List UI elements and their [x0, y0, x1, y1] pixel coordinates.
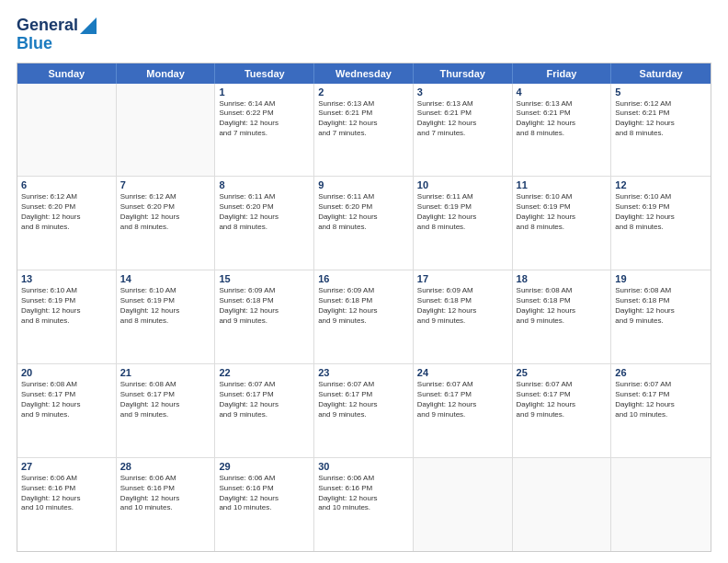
day-number: 26: [615, 367, 707, 378]
calendar-row-4: 20Sunrise: 6:08 AMSunset: 6:17 PMDayligh…: [17, 363, 711, 457]
cell-info: Sunrise: 6:11 AMSunset: 6:20 PMDaylight:…: [318, 192, 409, 232]
cell-info: Sunrise: 6:06 AMSunset: 6:16 PMDaylight:…: [21, 474, 112, 513]
calendar-cell: 22Sunrise: 6:07 AMSunset: 6:17 PMDayligh…: [215, 364, 314, 457]
calendar-cell: 30Sunrise: 6:06 AMSunset: 6:16 PMDayligh…: [314, 458, 414, 551]
day-number: 28: [120, 461, 211, 472]
cell-info: Sunrise: 6:07 AMSunset: 6:17 PMDaylight:…: [219, 380, 310, 419]
cell-info: Sunrise: 6:09 AMSunset: 6:18 PMDaylight:…: [417, 286, 508, 326]
calendar-row-2: 6Sunrise: 6:12 AMSunset: 6:20 PMDaylight…: [17, 176, 711, 270]
day-number: 5: [615, 86, 707, 98]
cell-info: Sunrise: 6:08 AMSunset: 6:17 PMDaylight:…: [120, 380, 211, 419]
calendar-cell: 10Sunrise: 6:11 AMSunset: 6:19 PMDayligh…: [414, 177, 513, 270]
calendar: SundayMondayTuesdayWednesdayThursdayFrid…: [17, 63, 711, 552]
day-number: 3: [417, 86, 508, 98]
calendar-cell: 29Sunrise: 6:06 AMSunset: 6:16 PMDayligh…: [215, 458, 314, 551]
calendar-cell: 16Sunrise: 6:09 AMSunset: 6:18 PMDayligh…: [314, 270, 414, 363]
calendar-cell: [117, 84, 216, 177]
calendar-cell: [513, 458, 612, 551]
day-number: 24: [417, 367, 508, 378]
cell-info: Sunrise: 6:08 AMSunset: 6:17 PMDaylight:…: [21, 380, 112, 419]
header-cell-wednesday: Wednesday: [314, 63, 414, 84]
day-number: 20: [21, 367, 112, 378]
calendar-row-1: 1Sunrise: 6:14 AMSunset: 6:22 PMDaylight…: [17, 84, 711, 177]
cell-info: Sunrise: 6:14 AMSunset: 6:22 PMDaylight:…: [219, 99, 310, 139]
cell-info: Sunrise: 6:12 AMSunset: 6:20 PMDaylight:…: [120, 192, 211, 232]
logo-text: GeneralBlue: [17, 17, 97, 53]
cell-info: Sunrise: 6:07 AMSunset: 6:17 PMDaylight:…: [517, 380, 608, 419]
calendar-cell: 6Sunrise: 6:12 AMSunset: 6:20 PMDaylight…: [17, 177, 117, 270]
day-number: 6: [21, 179, 112, 190]
cell-info: Sunrise: 6:07 AMSunset: 6:17 PMDaylight:…: [318, 380, 409, 419]
cell-info: Sunrise: 6:11 AMSunset: 6:20 PMDaylight:…: [219, 192, 310, 232]
calendar-cell: 12Sunrise: 6:10 AMSunset: 6:19 PMDayligh…: [611, 177, 711, 270]
day-number: 1: [219, 86, 310, 98]
calendar-cell: 5Sunrise: 6:12 AMSunset: 6:21 PMDaylight…: [611, 84, 711, 177]
calendar-cell: [414, 458, 513, 551]
cell-info: Sunrise: 6:13 AMSunset: 6:21 PMDaylight:…: [517, 99, 608, 139]
day-number: 23: [318, 367, 409, 378]
header-cell-sunday: Sunday: [17, 63, 117, 84]
cell-info: Sunrise: 6:13 AMSunset: 6:21 PMDaylight:…: [417, 99, 508, 139]
calendar-cell: 2Sunrise: 6:13 AMSunset: 6:21 PMDaylight…: [314, 84, 414, 177]
day-number: 27: [21, 461, 112, 472]
calendar-cell: 25Sunrise: 6:07 AMSunset: 6:17 PMDayligh…: [513, 364, 612, 457]
cell-info: Sunrise: 6:09 AMSunset: 6:18 PMDaylight:…: [318, 286, 409, 326]
day-number: 10: [417, 179, 508, 190]
calendar-cell: 7Sunrise: 6:12 AMSunset: 6:20 PMDaylight…: [117, 177, 216, 270]
day-number: 7: [120, 179, 211, 190]
calendar-cell: [17, 84, 117, 177]
calendar-cell: 24Sunrise: 6:07 AMSunset: 6:17 PMDayligh…: [414, 364, 513, 457]
calendar-cell: 3Sunrise: 6:13 AMSunset: 6:21 PMDaylight…: [414, 84, 513, 177]
header-cell-monday: Monday: [117, 63, 216, 84]
cell-info: Sunrise: 6:11 AMSunset: 6:19 PMDaylight:…: [417, 192, 508, 232]
cell-info: Sunrise: 6:10 AMSunset: 6:19 PMDaylight:…: [615, 192, 707, 232]
cell-info: Sunrise: 6:07 AMSunset: 6:17 PMDaylight:…: [615, 380, 707, 419]
calendar-cell: 11Sunrise: 6:10 AMSunset: 6:19 PMDayligh…: [513, 177, 612, 270]
day-number: 13: [21, 273, 112, 284]
header: GeneralBlue: [17, 17, 711, 53]
svg-marker-0: [80, 17, 97, 34]
calendar-cell: 13Sunrise: 6:10 AMSunset: 6:19 PMDayligh…: [17, 270, 117, 363]
cell-info: Sunrise: 6:08 AMSunset: 6:18 PMDaylight:…: [517, 286, 608, 326]
cell-info: Sunrise: 6:10 AMSunset: 6:19 PMDaylight:…: [21, 286, 112, 326]
day-number: 22: [219, 367, 310, 378]
calendar-cell: 19Sunrise: 6:08 AMSunset: 6:18 PMDayligh…: [611, 270, 711, 363]
calendar-cell: 1Sunrise: 6:14 AMSunset: 6:22 PMDaylight…: [215, 84, 314, 177]
day-number: 11: [517, 179, 608, 190]
calendar-cell: 17Sunrise: 6:09 AMSunset: 6:18 PMDayligh…: [414, 270, 513, 363]
header-cell-tuesday: Tuesday: [215, 63, 314, 84]
calendar-cell: 9Sunrise: 6:11 AMSunset: 6:20 PMDaylight…: [314, 177, 414, 270]
header-cell-friday: Friday: [513, 63, 612, 84]
day-number: 14: [120, 273, 211, 284]
calendar-cell: 23Sunrise: 6:07 AMSunset: 6:17 PMDayligh…: [314, 364, 414, 457]
calendar-cell: 20Sunrise: 6:08 AMSunset: 6:17 PMDayligh…: [17, 364, 117, 457]
header-cell-saturday: Saturday: [611, 63, 711, 84]
calendar-cell: 8Sunrise: 6:11 AMSunset: 6:20 PMDaylight…: [215, 177, 314, 270]
day-number: 30: [318, 461, 409, 472]
logo: GeneralBlue: [17, 17, 97, 53]
cell-info: Sunrise: 6:09 AMSunset: 6:18 PMDaylight:…: [219, 286, 310, 326]
day-number: 4: [517, 86, 608, 98]
cell-info: Sunrise: 6:06 AMSunset: 6:16 PMDaylight:…: [120, 474, 211, 513]
calendar-cell: 26Sunrise: 6:07 AMSunset: 6:17 PMDayligh…: [611, 364, 711, 457]
header-cell-thursday: Thursday: [414, 63, 513, 84]
cell-info: Sunrise: 6:06 AMSunset: 6:16 PMDaylight:…: [219, 474, 310, 513]
calendar-cell: 4Sunrise: 6:13 AMSunset: 6:21 PMDaylight…: [513, 84, 612, 177]
cell-info: Sunrise: 6:10 AMSunset: 6:19 PMDaylight:…: [120, 286, 211, 326]
cell-info: Sunrise: 6:12 AMSunset: 6:21 PMDaylight:…: [615, 99, 707, 139]
cell-info: Sunrise: 6:08 AMSunset: 6:18 PMDaylight:…: [615, 286, 707, 326]
calendar-header: SundayMondayTuesdayWednesdayThursdayFrid…: [17, 63, 711, 84]
day-number: 29: [219, 461, 310, 472]
cell-info: Sunrise: 6:07 AMSunset: 6:17 PMDaylight:…: [417, 380, 508, 419]
day-number: 8: [219, 179, 310, 190]
calendar-cell: 18Sunrise: 6:08 AMSunset: 6:18 PMDayligh…: [513, 270, 612, 363]
calendar-cell: 21Sunrise: 6:08 AMSunset: 6:17 PMDayligh…: [117, 364, 216, 457]
cell-info: Sunrise: 6:12 AMSunset: 6:20 PMDaylight:…: [21, 192, 112, 232]
day-number: 12: [615, 179, 707, 190]
day-number: 21: [120, 367, 211, 378]
page: GeneralBlue SundayMondayTuesdayWednesday…: [0, 0, 728, 563]
calendar-body: 1Sunrise: 6:14 AMSunset: 6:22 PMDaylight…: [17, 84, 711, 551]
day-number: 16: [318, 273, 409, 284]
day-number: 9: [318, 179, 409, 190]
calendar-cell: 14Sunrise: 6:10 AMSunset: 6:19 PMDayligh…: [117, 270, 216, 363]
